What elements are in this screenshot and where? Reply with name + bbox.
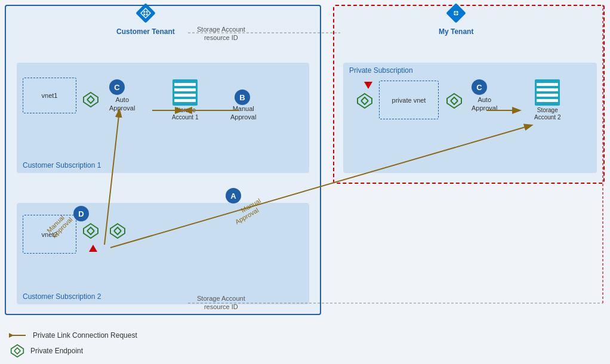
svg-marker-8 — [447, 94, 461, 108]
vnet1-box: vnet1 — [23, 78, 76, 113]
pe-icon-private — [356, 92, 373, 109]
pe-svg-private-right — [446, 92, 463, 109]
private-sub-box: Private Subscription private vnet — [343, 63, 597, 173]
my-tenant-label: My Tenant — [439, 27, 473, 36]
legend-pe-icon — [9, 344, 26, 358]
legend-arrow-label: Private Link Connection Request — [33, 331, 137, 340]
storage-line — [174, 94, 196, 97]
pe-svg-sub1 — [82, 91, 99, 108]
storage-line — [537, 94, 558, 97]
legend-item-arrow: Private Link Connection Request — [9, 331, 137, 340]
badge-b: B — [235, 90, 250, 105]
pe-svg-sub2-left — [82, 223, 99, 239]
svg-marker-2 — [84, 92, 98, 107]
storage-line — [174, 99, 196, 102]
resource-id-bottom: Storage Account resource ID — [197, 294, 245, 311]
storage-block-1 — [172, 79, 198, 106]
storage-line — [537, 83, 558, 86]
legend-arrow-icon — [9, 331, 28, 340]
sub2-box: Customer Subscription 2 vnet2 — [17, 203, 309, 304]
svg-marker-4 — [110, 224, 125, 238]
storage-block-2 — [535, 79, 560, 106]
storage-line — [174, 88, 196, 91]
my-tenant-icon: My Tenant — [439, 0, 473, 36]
storage-line — [537, 99, 558, 102]
private-vnet-box: private vnet — [379, 81, 439, 119]
badge-c1: C — [109, 79, 125, 95]
pe-icon-sub2-left — [82, 223, 99, 239]
private-vnet-label: private vnet — [392, 97, 426, 104]
legend-item-pe: Private Endpoint — [9, 344, 137, 358]
storage-line — [174, 83, 196, 86]
vnet1-label: vnet1 — [42, 92, 58, 99]
pe-svg-private — [356, 92, 373, 109]
legend-pe-label: Private Endpoint — [30, 347, 83, 355]
pe-icon-sub1 — [82, 91, 99, 108]
svg-marker-3 — [84, 224, 98, 238]
pe-icon-private-right — [446, 92, 463, 109]
customer-tenant-icon: Customer Tenant — [116, 0, 175, 36]
sub1-label: Customer Subscription 1 — [23, 161, 101, 169]
svg-marker-18 — [11, 345, 24, 357]
azure-my-tenant-icon — [443, 0, 469, 26]
pe-icon-sub2-right — [109, 223, 126, 239]
sub2-label: Customer Subscription 2 — [23, 292, 101, 301]
auto-approval-2: Auto Approval — [472, 95, 497, 113]
badge-c2: C — [472, 79, 487, 95]
pe-svg-sub2-right — [109, 223, 126, 239]
red-arrow-up-icon — [89, 245, 97, 252]
storage-line — [537, 88, 558, 91]
manual-approval-b: Manual Approval — [230, 104, 256, 122]
red-arrow-sub2 — [89, 245, 97, 252]
resource-id-top: Storage Account resource ID — [197, 25, 245, 42]
diagram-area: Customer Tenant Customer Subscription 1 … — [0, 0, 610, 364]
storage-account-2: StorageAccount 2 — [534, 79, 560, 121]
svg-marker-7 — [358, 94, 372, 108]
badge-d: D — [73, 206, 89, 221]
red-arrow-down-icon — [364, 82, 372, 89]
storage-label-2: StorageAccount 2 — [534, 107, 560, 121]
storage-label-1: StorageAccount 1 — [172, 107, 198, 121]
azure-tenant-icon — [133, 0, 159, 26]
private-sub-label: Private Subscription — [349, 66, 413, 75]
sub1-box: Customer Subscription 1 vnet1 C Auto App… — [17, 63, 309, 173]
customer-tenant-box: Customer Tenant Customer Subscription 1 … — [5, 5, 321, 315]
auto-approval-1: Auto Approval — [109, 95, 135, 113]
legend: Private Link Connection Request Private … — [9, 331, 137, 358]
red-arrow-private — [364, 82, 372, 89]
storage-account-1: StorageAccount 1 — [172, 79, 198, 121]
customer-tenant-label: Customer Tenant — [116, 27, 175, 36]
my-tenant-box: My Tenant Private Subscription private v… — [333, 5, 605, 184]
